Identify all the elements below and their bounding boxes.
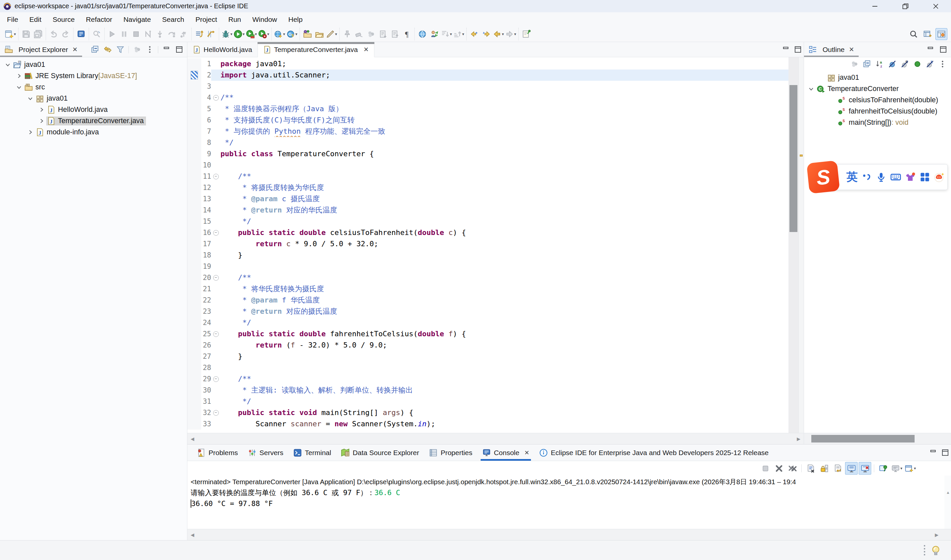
last-edit-location-button[interactable] — [520, 28, 532, 40]
code-editor[interactable]: 1package java01;2import java.util.Scanne… — [187, 57, 804, 433]
fold-collapse-icon[interactable]: − — [211, 227, 220, 238]
remove-all-button[interactable] — [786, 462, 799, 475]
web-service-explorer-button[interactable]: G$▾ — [286, 28, 298, 40]
coverage-button[interactable]: ▾ — [245, 28, 257, 40]
tree-item-celsiustofahrenheit-double-[interactable]: ScelsiusToFahrenheit(double) — [804, 94, 951, 106]
console-vertical-scrollbar[interactable]: ▲ — [944, 475, 951, 529]
editor-tab-temperatureconverter-java[interactable]: JTemperatureConverter.java✕ — [258, 42, 374, 57]
close-icon[interactable]: ✕ — [524, 449, 529, 456]
code-line-26[interactable]: 26 return (f - 32.0) * 5.0 / 9.0; — [187, 340, 788, 351]
sort-members-button[interactable]: ▾ — [440, 28, 452, 40]
chevron-down-icon[interactable] — [806, 86, 816, 92]
fold-collapse-icon[interactable]: − — [211, 328, 220, 340]
lightbulb-icon[interactable] — [931, 545, 941, 556]
view-menu-button[interactable] — [936, 58, 948, 69]
editor-vertical-scrollbar[interactable] — [788, 57, 799, 433]
dropdown-arrow-icon[interactable]: ▾ — [267, 32, 269, 36]
code-line-28[interactable]: 28 — [187, 362, 788, 373]
minimize-view-button[interactable] — [780, 44, 792, 55]
scrollbar-thumb[interactable] — [789, 85, 797, 232]
code-line-16[interactable]: 16− public static double celsiusToFahren… — [187, 227, 788, 238]
code-line-22[interactable]: 22 * @param f 华氏温度 — [187, 295, 788, 306]
tab-outline[interactable]: Outline ✕ — [804, 42, 859, 57]
sort-button[interactable]: az — [874, 58, 885, 69]
restore-button[interactable] — [890, 0, 920, 12]
code-line-21[interactable]: 21 * 将华氏度转换为摄氏度 — [187, 283, 788, 295]
hide-locals-button[interactable]: L — [924, 58, 936, 69]
open-type-button[interactable] — [302, 28, 314, 40]
menu-help[interactable]: Help — [283, 15, 308, 23]
pause-button[interactable] — [118, 28, 130, 40]
debug-button[interactable]: ▾ — [221, 28, 233, 40]
resume-button[interactable] — [106, 28, 118, 40]
tab-console[interactable]: Console✕ — [477, 445, 534, 461]
code-line-13[interactable]: 13 * @param c 摄氏温度 — [187, 193, 788, 205]
menu-source[interactable]: Source — [47, 15, 80, 23]
forward-button[interactable]: ▾ — [505, 28, 517, 40]
maximize-view-button[interactable] — [792, 44, 804, 55]
code-line-20[interactable]: 20− /** — [187, 272, 788, 283]
dropdown-arrow-icon[interactable]: ▾ — [295, 32, 297, 36]
menu-file[interactable]: File — [2, 15, 24, 23]
link-with-editor-button[interactable] — [102, 44, 114, 55]
redo-button[interactable] — [60, 28, 71, 40]
maximize-view-button[interactable] — [173, 44, 185, 55]
hide-fields-button[interactable] — [886, 58, 898, 69]
terminate-button[interactable] — [759, 462, 772, 475]
tree-item-java01[interactable]: Jjava01 — [0, 59, 187, 70]
console-content[interactable]: <terminated> TemperatureConverter [Java … — [187, 475, 951, 529]
code-line-27[interactable]: 27 } — [187, 351, 788, 362]
fold-collapse-icon[interactable]: − — [211, 407, 220, 418]
ime-punctuation-icon[interactable] — [861, 171, 872, 183]
code-line-9[interactable]: 9public class TemperatureConverter { — [187, 148, 788, 160]
minimize-button[interactable] — [860, 0, 890, 12]
ime-skin-icon[interactable] — [905, 171, 916, 183]
close-icon[interactable]: ✕ — [363, 46, 369, 53]
step-over-button[interactable] — [166, 28, 178, 40]
code-line-14[interactable]: 14 * @return 对应的华氏温度 — [187, 205, 788, 216]
code-line-29[interactable]: 29− /** — [187, 373, 788, 385]
tree-item-main-string-[interactable]: Smain(String[]) : void — [804, 117, 951, 128]
ime-assistant-icon[interactable] — [934, 171, 945, 183]
new-web-service-button[interactable]: ▾ — [274, 28, 286, 40]
search-button[interactable] — [908, 28, 920, 40]
open-element-button[interactable] — [75, 28, 87, 40]
editor-horizontal-scrollbar[interactable]: ◀ ▶ — [187, 433, 804, 444]
outline-horizontal-scrollbar[interactable] — [804, 433, 951, 444]
menu-edit[interactable]: Edit — [24, 15, 47, 23]
synchronize-button[interactable] — [428, 28, 440, 40]
open-resource-button[interactable] — [314, 28, 325, 40]
code-line-23[interactable]: 23 * @return 对应的摄氏温度 — [187, 306, 788, 317]
status-overflow-icon[interactable] — [924, 545, 925, 555]
dropdown-arrow-icon[interactable]: ▾ — [462, 32, 464, 36]
tree-item-temperatureconverter-java[interactable]: JTemperatureConverter.java — [0, 115, 187, 126]
run-button[interactable]: ▾ — [233, 28, 245, 40]
dropdown-arrow-icon[interactable]: ▾ — [335, 32, 337, 36]
code-line-31[interactable]: 31 */ — [187, 396, 788, 407]
back-milestone-button[interactable] — [468, 28, 480, 40]
working-sets-button[interactable] — [848, 58, 860, 69]
code-line-30[interactable]: 30 * 主逻辑: 读取输入、解析、判断单位、转换并输出 — [187, 385, 788, 396]
code-line-11[interactable]: 11− /** — [187, 171, 788, 182]
clear-markers-button[interactable] — [353, 28, 365, 40]
code-line-4[interactable]: 4−/** — [187, 92, 788, 103]
close-icon[interactable]: ✕ — [72, 46, 77, 53]
close-icon[interactable]: ✕ — [849, 46, 854, 53]
fold-collapse-icon[interactable]: − — [211, 272, 220, 283]
tree-item-module-info-java[interactable]: Jmodule-info.java — [0, 126, 187, 138]
show-stdout-button[interactable] — [845, 462, 858, 475]
tree-item-helloworld-java[interactable]: JHelloWorld.java — [0, 104, 187, 115]
code-line-6[interactable]: 6 * 支持摄氏度(C)与华氏度(F)之间互转 — [187, 114, 788, 126]
code-line-19[interactable]: 19 — [187, 261, 788, 272]
tab-project-explorer[interactable]: Project Explorer ✕ — [0, 42, 82, 57]
open-web-browser-button[interactable] — [416, 28, 428, 40]
menu-search[interactable]: Search — [157, 15, 190, 23]
tree-item-java01[interactable]: java01 — [804, 72, 951, 83]
maximize-view-button[interactable] — [939, 447, 951, 458]
search-document-button[interactable] — [91, 28, 103, 40]
code-line-3[interactable]: 3 — [187, 81, 788, 92]
scroll-right-icon[interactable]: ▶ — [797, 436, 800, 442]
code-line-10[interactable]: 10 — [187, 160, 788, 171]
code-line-12[interactable]: 12 * 将摄氏度转换为华氏度 — [187, 182, 788, 193]
pin-editor-button[interactable] — [341, 28, 353, 40]
